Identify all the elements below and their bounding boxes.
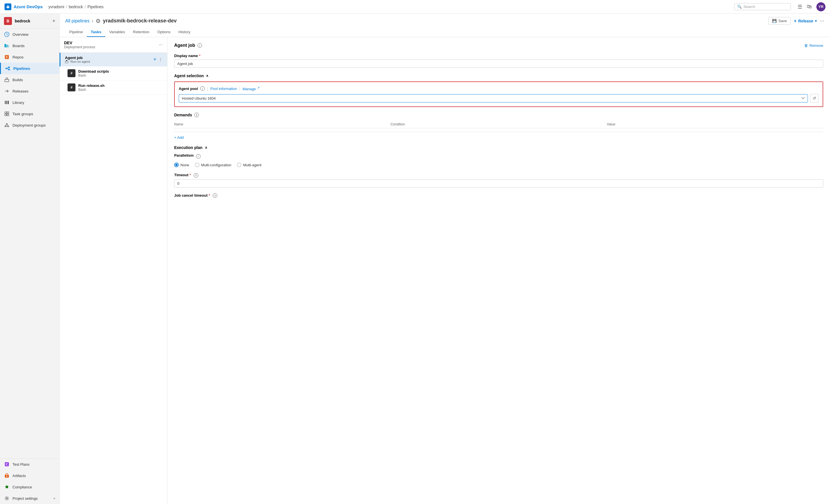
execution-plan-title: Execution plan ∧ [174, 145, 823, 150]
stage-header: DEV Deployment process ··· [60, 37, 167, 53]
display-name-input[interactable] [174, 60, 823, 68]
execution-plan-section: Execution plan ∧ Parallelism i None [174, 145, 823, 167]
agent-job-more-button[interactable]: ⋮ [159, 57, 163, 62]
sidebar-item-compliance[interactable]: Compliance [0, 481, 59, 493]
radio-none-circle [174, 163, 179, 167]
pipeline-breadcrumb: All pipelines › ⚙ yradsmik-bedrock-relea… [65, 18, 177, 24]
parallelism-info-icon[interactable]: i [196, 154, 200, 159]
display-name-required-star: * [199, 54, 200, 58]
agent-job-actions: + ⋮ [153, 57, 163, 62]
deploygroups-icon [4, 122, 10, 128]
timeout-info-icon[interactable]: i [194, 173, 198, 178]
sidebar-item-overview[interactable]: Overview [0, 29, 59, 40]
parallelism-radio-group: None Multi-configuration Multi-agent [174, 163, 823, 167]
breadcrumb-section[interactable]: Pipelines [87, 4, 103, 9]
right-agent-job-title-row: Agent job i [174, 43, 202, 48]
compliance-icon [4, 484, 10, 490]
boards-icon [4, 43, 10, 49]
all-pipelines-link[interactable]: All pipelines [65, 19, 89, 24]
add-project-button[interactable]: + [52, 18, 55, 24]
svg-point-6 [8, 67, 10, 68]
sidebar-item-pipelines[interactable]: Pipelines [0, 63, 59, 74]
demands-info-icon[interactable]: i [194, 113, 199, 117]
download-scripts-icon: # [67, 69, 75, 77]
content-tabs: Pipeline Tasks Variables Retention Optio… [65, 28, 824, 37]
execution-plan-chevron[interactable]: ∧ [205, 146, 208, 150]
sidebar-item-project-settings[interactable]: Project settings « [0, 493, 59, 504]
breadcrumb-org[interactable]: yvradsmi [49, 4, 64, 9]
task-item-1[interactable]: # Run release.sh Bash [60, 81, 167, 95]
agent-pool-select[interactable]: Hosted Ubuntu 1604DefaultHosted [179, 94, 808, 102]
task-item-0[interactable]: # Download scripts Bash [60, 66, 167, 81]
sidebar-item-builds[interactable]: Builds [0, 74, 59, 86]
sidebar-item-taskgroups[interactable]: Task groups [0, 108, 59, 120]
pipeline-type-icon: ⚙ [96, 18, 101, 24]
save-button[interactable]: 💾 Save [768, 17, 791, 25]
pool-information-link[interactable]: Pool information [211, 87, 237, 91]
sidebar-item-deploygroups[interactable]: Deployment groups [0, 120, 59, 131]
app-logo[interactable]: Azure DevOps [4, 3, 43, 10]
pool-row-divider2: | [239, 86, 240, 91]
artifacts-icon [4, 473, 10, 478]
agent-selection-chevron[interactable]: ∧ [206, 74, 209, 78]
sidebar-item-repos[interactable]: Repos [0, 51, 59, 63]
demands-section-title: Demands i [174, 113, 823, 117]
radio-multi-config[interactable]: Multi-configuration [195, 163, 231, 167]
sidebar-item-releases[interactable]: Releases [0, 86, 59, 97]
store-icon[interactable]: 🛍 [807, 4, 812, 10]
svg-rect-10 [6, 101, 7, 104]
run-release-icon: # [67, 84, 75, 91]
sidebar-item-testplans[interactable]: Test Plans [0, 459, 59, 470]
job-cancel-info-icon[interactable]: i [213, 193, 217, 198]
sidebar-item-library[interactable]: Library [0, 97, 59, 108]
external-link-icon: ↗ [257, 86, 260, 89]
sidebar-item-compliance-label: Compliance [12, 485, 32, 489]
tab-tasks[interactable]: Tasks [87, 28, 105, 37]
add-task-button[interactable]: + [153, 57, 156, 62]
menu-icon[interactable]: ☰ [798, 4, 802, 10]
tab-options[interactable]: Options [153, 28, 174, 37]
stage-more-button[interactable]: ··· [159, 42, 163, 48]
agent-pool-row: Agent pool i | Pool information | Manage… [179, 86, 819, 91]
svg-rect-14 [5, 114, 6, 116]
tab-variables[interactable]: Variables [105, 28, 129, 37]
agent-job-info-icon[interactable]: i [197, 43, 202, 48]
manage-link[interactable]: Manage ↗ [243, 86, 260, 91]
release-button[interactable]: + Release ▾ [794, 19, 817, 24]
radio-multi-agent-circle [237, 163, 242, 167]
radio-none[interactable]: None [174, 163, 189, 167]
top-nav: Azure DevOps yvradsmi / bedrock / Pipeli… [0, 0, 830, 13]
svg-rect-19 [5, 462, 9, 466]
radio-multi-agent[interactable]: Multi-agent [237, 163, 261, 167]
sidebar-item-overview-label: Overview [12, 32, 28, 37]
add-demand-button[interactable]: + Add [174, 135, 184, 139]
job-cancel-timeout-section: Job cancel timeout * i [174, 193, 823, 198]
tab-retention[interactable]: Retention [129, 28, 154, 37]
agent-pool-info-icon[interactable]: i [200, 86, 205, 91]
user-avatar[interactable]: YR [817, 2, 826, 11]
agent-job-item[interactable]: Agent job Run on agent + ⋮ [60, 53, 167, 66]
tab-pipeline[interactable]: Pipeline [65, 28, 87, 37]
breadcrumb-chevron: › [92, 19, 93, 24]
svg-rect-3 [8, 45, 9, 48]
org-name: bedrock [15, 19, 50, 23]
more-options-button[interactable]: ··· [820, 18, 824, 24]
svg-point-16 [6, 123, 7, 125]
stage-name: DEV [64, 40, 95, 45]
search-bar[interactable]: 🔍 Search [734, 3, 791, 10]
sidebar-item-artifacts[interactable]: Artifacts [0, 470, 59, 481]
refresh-button[interactable]: ↺ [810, 94, 819, 102]
right-panel: Agent job i 🗑 Remove Display name * [167, 37, 830, 504]
svg-rect-13 [7, 112, 9, 114]
demands-col-name: Name [174, 122, 391, 126]
svg-rect-12 [5, 112, 6, 114]
remove-button[interactable]: 🗑 Remove [804, 43, 823, 48]
timeout-input[interactable] [174, 179, 823, 188]
stage-info: DEV Deployment process [64, 40, 95, 49]
tab-history[interactable]: History [174, 28, 194, 37]
search-icon: 🔍 [737, 4, 742, 9]
collapse-icon: « [53, 496, 55, 500]
breadcrumb-project[interactable]: bedrock [69, 4, 83, 9]
svg-rect-2 [6, 44, 8, 48]
sidebar-item-boards[interactable]: Boards [0, 40, 59, 51]
